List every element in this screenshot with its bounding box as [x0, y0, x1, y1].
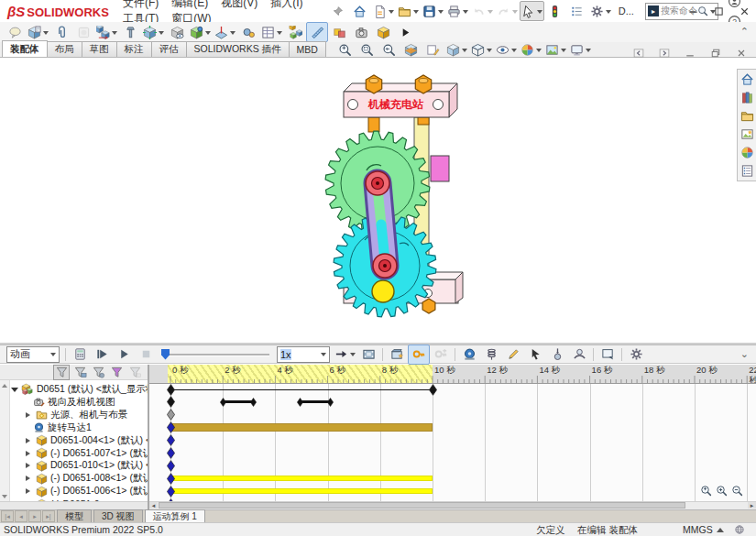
save-button[interactable]: [421, 1, 445, 21]
reference-geometry-dropdown-icon[interactable]: [230, 31, 236, 38]
home-button[interactable]: [349, 1, 371, 21]
display-style-button[interactable]: [469, 39, 494, 60]
instant3d-button[interactable]: [306, 22, 328, 42]
tab-草图[interactable]: 草图: [82, 41, 117, 57]
view-orientation-dropdown-icon[interactable]: [462, 49, 467, 55]
duration-bar[interactable]: [170, 389, 433, 390]
hide-show-items-dropdown-icon[interactable]: [511, 49, 517, 55]
linear-component-pattern-button[interactable]: [94, 22, 119, 42]
new-document-button[interactable]: [371, 1, 396, 21]
tab-SOLIDWORKS 插件[interactable]: SOLIDWORKS 插件: [186, 41, 290, 57]
nav-first-button[interactable]: |◂: [1, 510, 14, 522]
zoom-to-fit-button[interactable]: [334, 39, 356, 60]
tree-item[interactable]: 光源、相机与布景: [9, 409, 148, 421]
timeline-ruler[interactable]: 0 秒2 秒4 秒6 秒8 秒10 秒12 秒14 秒16 秒18 秒20 秒2…: [149, 365, 756, 384]
insert-components-dropdown-icon[interactable]: [43, 31, 49, 38]
print-button[interactable]: [445, 1, 470, 21]
zoom-to-area-button[interactable]: [356, 39, 378, 60]
reference-geometry-button[interactable]: [213, 22, 237, 42]
design-library-tab[interactable]: [740, 90, 755, 105]
nav-last-button[interactable]: ▸|: [42, 510, 55, 522]
view-settings-button[interactable]: [568, 39, 593, 60]
force-button[interactable]: [502, 345, 524, 365]
menu-文件[interactable]: 文件(F): [116, 0, 165, 9]
tree-horizontal-scrollbar[interactable]: [0, 501, 148, 509]
comment-button[interactable]: [4, 22, 26, 42]
edit-appearance-dropdown-icon[interactable]: [536, 49, 542, 55]
undo-dropdown-icon[interactable]: [488, 10, 493, 16]
nav-prev-button[interactable]: ◂: [15, 510, 27, 522]
add-key-button[interactable]: [430, 345, 452, 365]
redo-dropdown-icon[interactable]: [512, 10, 518, 16]
solidworks-resources-tab[interactable]: [740, 71, 755, 87]
simulation-setup-button[interactable]: [597, 345, 619, 365]
bill-of-materials-button[interactable]: [259, 22, 284, 42]
smart-fasteners-button[interactable]: [119, 22, 141, 42]
change-bar[interactable]: [170, 476, 433, 481]
tree-item[interactable]: D0651-010<1> (默认) <-: [9, 459, 148, 472]
keyframe-diamond[interactable]: [297, 398, 303, 409]
linear-component-pattern-dropdown-icon[interactable]: [112, 31, 117, 38]
tree-expand-icon[interactable]: [26, 476, 33, 481]
tree-expand-icon[interactable]: [26, 488, 33, 494]
move-component-dropdown-icon[interactable]: [159, 31, 164, 38]
view-palette-tab[interactable]: [740, 126, 755, 142]
motor-bar[interactable]: [170, 423, 433, 432]
appearances-scenes-tab[interactable]: [740, 145, 755, 160]
playback-speed-select[interactable]: 1x: [277, 346, 330, 363]
open-document-button[interactable]: [396, 1, 421, 21]
select-tool-button[interactable]: [524, 345, 546, 365]
timeline-zoom-fit-button[interactable]: [700, 485, 712, 498]
doc-tab-运动算例 1[interactable]: 运动算例 1: [145, 509, 205, 522]
view-settings-dropdown-icon[interactable]: [586, 49, 591, 55]
animation-wizard-button[interactable]: [386, 345, 408, 365]
timeline-zoom-in-button[interactable]: [716, 485, 728, 498]
menu-插入[interactable]: 插入(I): [264, 0, 309, 9]
scroll-right-icon[interactable]: ▸: [748, 502, 756, 509]
select-dropdown-icon[interactable]: [537, 10, 542, 16]
dynamic-annotation-views-button[interactable]: [422, 39, 444, 60]
edit-appearance-button[interactable]: [519, 39, 543, 60]
graphics-viewport[interactable]: 机械充电站: [0, 58, 756, 343]
tree-item[interactable]: 旋转马达1: [9, 421, 148, 434]
nav-next-button[interactable]: ▸: [28, 510, 41, 522]
tab-MBD[interactable]: MBD: [289, 41, 326, 57]
timeline-area[interactable]: 0 秒2 秒4 秒6 秒8 秒10 秒12 秒14 秒16 秒18 秒20 秒2…: [149, 365, 756, 509]
assembly-features-button[interactable]: [188, 22, 213, 42]
playback-mode-dropdown-icon[interactable]: [350, 353, 356, 359]
bill-of-materials-dropdown-icon[interactable]: [277, 31, 282, 38]
play-from-start-button[interactable]: [91, 345, 113, 365]
apply-scene-dropdown-icon[interactable]: [561, 49, 566, 55]
tab-布局[interactable]: 布局: [47, 41, 82, 57]
autokey-button[interactable]: [408, 345, 430, 365]
tab-标注[interactable]: 标注: [116, 41, 152, 57]
exploded-view-button[interactable]: [284, 22, 306, 42]
playback-mode-button[interactable]: [333, 345, 357, 365]
play-button[interactable]: [113, 345, 135, 365]
tree-expand-icon[interactable]: [26, 438, 33, 443]
tree-item[interactable]: D0651 (默认) <默认_显示状态: [9, 383, 148, 396]
open-document-dropdown-icon[interactable]: [413, 10, 419, 16]
display-style-dropdown-icon[interactable]: [487, 49, 492, 55]
doc-tab-3D 视图[interactable]: 3D 视图: [93, 509, 143, 522]
tree-expand-icon[interactable]: [26, 451, 33, 456]
file-explorer-tab[interactable]: [740, 108, 755, 124]
stop-button[interactable]: [135, 345, 157, 365]
filter-results-button[interactable]: [126, 365, 143, 380]
undo-button[interactable]: [470, 1, 495, 21]
move-component-button[interactable]: [141, 22, 166, 42]
tree-item[interactable]: (-) D0651-006<1> (默认): [9, 485, 148, 498]
settings-button[interactable]: [588, 1, 613, 21]
previous-view-button[interactable]: [378, 39, 400, 60]
select-button[interactable]: [520, 1, 544, 21]
keyframe-diamond[interactable]: [250, 398, 257, 409]
calculate-button[interactable]: [69, 345, 91, 365]
show-hidden-components-button[interactable]: [166, 22, 188, 42]
change-bar[interactable]: [170, 488, 433, 494]
timeline-zoom-out-button[interactable]: [731, 485, 743, 498]
playback-speed-slider[interactable]: [161, 347, 269, 362]
save-dropdown-icon[interactable]: [438, 10, 444, 16]
tree-item[interactable]: 视向及相机视图: [9, 396, 148, 409]
filter-all-button[interactable]: [53, 365, 70, 380]
key-segment-bar[interactable]: [301, 400, 331, 403]
